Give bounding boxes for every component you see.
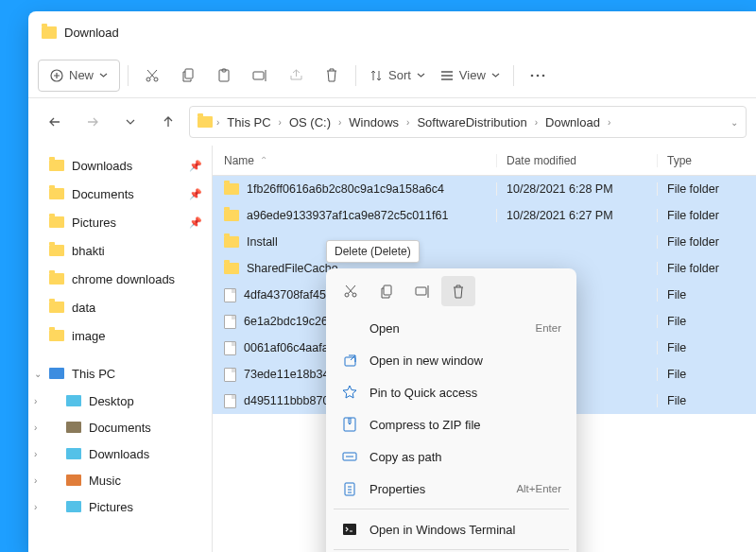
chevron-right-icon[interactable]: › [34,502,37,512]
properties-icon [341,480,358,497]
context-menu-item[interactable]: Compress to ZIP file [332,408,571,440]
chevron-down-icon[interactable]: ⌄ [730,117,738,128]
folder-icon [224,210,239,221]
svg-point-11 [352,293,356,297]
svg-rect-13 [416,287,426,295]
chevron-right-icon[interactable]: › [406,117,409,128]
context-menu-item[interactable]: OpenEnter [332,312,571,344]
breadcrumb-item[interactable]: OS (C:) [285,113,335,131]
sidebar-item-this-pc[interactable]: ⌄This PC [28,359,212,388]
toolbar: New Sort View [28,53,756,98]
svg-point-7 [531,74,534,77]
sidebar-item-label: data [72,301,95,315]
table-row[interactable]: 1fb26ff0616a6b2c80c9a1c9a158a6c410/28/20… [213,176,756,202]
chevron-right-icon[interactable]: › [535,117,538,128]
sidebar-item[interactable]: ›Desktop [28,388,212,414]
ctx-cut-button[interactable] [334,276,368,306]
rename-button[interactable] [244,60,276,92]
sidebar-item[interactable]: ›Downloads [28,440,212,467]
column-date[interactable]: Date modified [496,154,657,167]
svg-rect-3 [185,69,193,78]
folder-icon [198,116,213,128]
chevron-right-icon[interactable]: › [338,117,341,128]
sidebar-item[interactable]: Documents📌 [28,180,212,208]
table-row[interactable]: InstallFile folder [213,229,756,255]
sort-button[interactable]: Sort [364,60,431,92]
sidebar-item[interactable]: Downloads📌 [28,151,212,180]
folder-icon [66,501,81,512]
zip-icon [341,416,358,433]
sidebar-item-label: Desktop [89,394,134,408]
forward-button[interactable] [76,105,110,139]
sidebar-item[interactable]: data [28,293,212,321]
pin-icon: 📌 [189,160,202,172]
table-row[interactable]: a96ede9133937af1ca9e872c5c011f6110/28/20… [213,202,756,229]
arrow-right-icon [86,115,99,129]
recent-button[interactable] [113,105,147,139]
chevron-down-icon [491,71,500,79]
ctx-delete-button[interactable] [441,276,475,306]
file-icon [224,368,236,382]
more-button[interactable] [522,60,554,92]
file-icon [224,341,236,355]
breadcrumb-item[interactable]: This PC [223,113,274,131]
folder-icon [49,160,64,171]
ctx-rename-button[interactable] [405,276,439,306]
paste-button[interactable] [208,60,240,92]
sidebar-item[interactable]: bhakti [28,236,212,265]
new-button-label: New [69,68,94,82]
column-type[interactable]: Type [657,154,756,167]
chevron-right-icon[interactable]: › [279,117,282,128]
path-icon [341,448,358,465]
breadcrumb-item[interactable]: Windows [345,113,403,131]
file-type: File [657,341,756,354]
context-menu-label: Open in new window [369,354,483,368]
ctx-copy-button[interactable] [369,276,404,306]
file-type: File [657,288,756,302]
column-name[interactable]: Name ⌃ [213,154,496,167]
chevron-right-icon[interactable]: › [34,475,37,486]
sidebar-item[interactable]: ›Documents [28,414,212,440]
new-button[interactable]: New [38,60,120,92]
file-name: SharedFileCache [247,262,338,275]
divider [513,65,514,86]
svg-rect-14 [345,357,355,366]
sidebar-item[interactable]: ›Music [28,467,212,493]
sidebar-item-label: Documents [89,421,151,435]
chevron-right-icon[interactable]: › [34,423,37,433]
star-icon [341,384,358,401]
context-menu-item[interactable]: PropertiesAlt+Enter [332,473,571,505]
file-name: 1fb26ff0616a6b2c80c9a1c9a158a6c4 [247,182,444,196]
view-button-label: View [459,68,486,82]
sidebar-item[interactable]: chrome downloads [28,265,212,293]
context-menu-item[interactable]: Open in Windows Terminal [332,513,571,545]
delete-button[interactable] [316,60,348,92]
sidebar-item[interactable]: Pictures📌 [28,208,212,236]
chevron-right-icon[interactable]: › [34,396,37,406]
folder-icon [49,216,64,228]
cut-button[interactable] [136,60,168,92]
file-type: File folder [657,182,756,196]
context-menu-item[interactable]: Copy as path [332,440,571,473]
breadcrumb-item[interactable]: SoftwareDistribution [413,113,530,131]
nav-bar: › This PC›OS (C:)›Windows›SoftwareDistri… [28,98,756,146]
context-menu-item[interactable]: Open in new window [332,344,571,376]
context-menu-item[interactable]: Pin to Quick access [332,376,571,408]
chevron-right-icon[interactable]: › [608,117,610,128]
up-button[interactable] [151,105,185,139]
sidebar: Downloads📌Documents📌Pictures📌bhaktichrom… [28,146,213,552]
share-button[interactable] [280,60,312,92]
back-button[interactable] [38,105,72,139]
chevron-down-icon[interactable]: ⌄ [34,369,42,379]
address-bar[interactable]: › This PC›OS (C:)›Windows›SoftwareDistri… [189,106,747,138]
sidebar-item[interactable]: image [28,321,212,350]
view-button[interactable]: View [435,60,506,92]
sidebar-item-label: Downloads [72,159,132,173]
sidebar-item[interactable]: ›Pictures [28,493,212,520]
trash-icon [452,285,465,299]
copy-button[interactable] [172,60,204,92]
chevron-right-icon[interactable]: › [34,449,37,459]
context-menu-label: Properties [369,482,425,496]
scissors-icon [343,284,358,299]
breadcrumb-item[interactable]: Download [541,113,604,131]
